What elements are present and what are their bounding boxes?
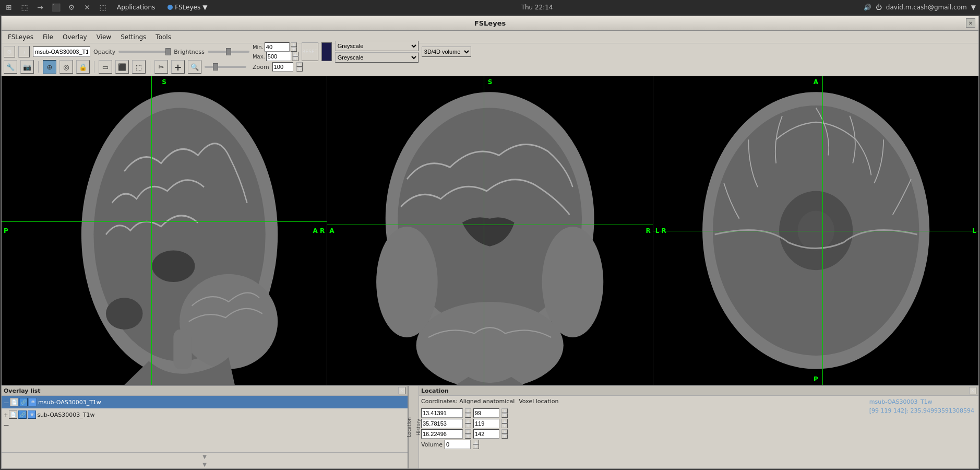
overlay-item[interactable]: — 📄 🔗 👁 msub-OAS30003_T1w [2, 396, 408, 408]
volume-icon[interactable]: 🔊 [864, 4, 871, 11]
coord-y-input[interactable] [421, 419, 463, 428]
coord-z-down[interactable]: ▼ [465, 434, 471, 439]
line-tool[interactable]: ⬛ [115, 60, 129, 74]
item-minus2[interactable]: — [2, 422, 9, 428]
window-close-button[interactable]: ✕ [966, 18, 975, 28]
menu-fsleyes[interactable]: FSLeyes [4, 32, 38, 42]
fsleyes-button[interactable]: FSLeyes ▼ [164, 3, 210, 12]
layer-settings-button[interactable]: ⚙ [4, 46, 15, 57]
max-up-arrow[interactable]: ▲ [292, 52, 298, 56]
volume-up[interactable]: ▲ [473, 440, 479, 444]
grid-icon: ⊞ [4, 3, 14, 12]
sagittal-top-label: S [162, 78, 166, 86]
sagittal-panel[interactable]: S P A R [2, 76, 327, 385]
coords-header: Coordinates: Aligned anatomical [421, 398, 515, 405]
item-folder-icon1[interactable]: 📄 [10, 398, 18, 406]
paint-tool[interactable]: ◎ [59, 60, 73, 74]
toolbar-row2: 🔧 📷 ⊕ ◎ 🔒 ▭ ⬛ ⬚ ✂ + 🔍 Zoom ▲ ▼ [4, 60, 976, 74]
toolbar-area: ⚙ i Opacity Brightness Min. ▲ ▼ Max. [2, 43, 978, 76]
item-link-icon1[interactable]: 🔗 [19, 398, 28, 406]
zoom-slider[interactable] [205, 66, 246, 68]
coord-y-down[interactable]: ▼ [465, 424, 471, 428]
layer-name-input[interactable] [33, 46, 90, 57]
voxel-y-input[interactable] [473, 419, 499, 428]
max-label: Max. [253, 54, 265, 60]
location-panel-close[interactable]: ✕ [969, 387, 976, 394]
sagittal-left-label: P [4, 227, 8, 234]
opacity-slider[interactable] [118, 51, 171, 53]
coronal-left-label: A [329, 227, 334, 234]
volume-input[interactable] [445, 440, 471, 449]
zoom-up-arrow[interactable]: ▲ [296, 62, 303, 67]
sagittal-right-label: A R [313, 227, 325, 234]
coord-z-up[interactable]: ▲ [465, 429, 471, 434]
voxel-y-up[interactable]: ▲ [501, 419, 508, 424]
item-eye-icon1[interactable]: 👁 [29, 398, 37, 406]
location-label2: Location [407, 417, 412, 437]
power-icon[interactable]: ⏻ [876, 4, 882, 11]
zoom-down-arrow[interactable]: ▼ [296, 67, 303, 72]
rect-tool[interactable]: ▭ [99, 60, 112, 74]
reset-button[interactable]: RESET [302, 42, 318, 61]
camera-tool[interactable]: 📷 [20, 60, 34, 74]
voxel-x-up[interactable]: ▲ [501, 408, 508, 413]
layer-info-button[interactable]: i [18, 46, 30, 57]
item-plus[interactable]: + [4, 412, 8, 418]
coord-x-up[interactable]: ▲ [465, 408, 471, 413]
axial-panel[interactable]: A P L R L [653, 76, 978, 385]
zoom-label: Zoom [253, 64, 269, 70]
item-minus[interactable]: — [4, 400, 9, 405]
axial-crosshair-v [822, 76, 823, 385]
coord-z-input[interactable] [421, 429, 463, 439]
min-up-arrow[interactable]: ▲ [291, 42, 297, 47]
coord-y-up[interactable]: ▲ [465, 419, 471, 424]
location-main: Coordinates: Aligned anatomical Voxel lo… [419, 396, 865, 468]
voxel-z-input[interactable] [473, 429, 499, 439]
item-eye-icon2[interactable]: 👁 [28, 410, 36, 419]
crop-tool[interactable]: 🔒 [76, 60, 90, 74]
voxel-z-up[interactable]: ▲ [501, 429, 508, 434]
item-link-icon2[interactable]: 🔗 [18, 410, 27, 419]
applications-button[interactable]: Applications [114, 3, 158, 12]
menu-overlay[interactable]: Overlay [58, 32, 91, 42]
volume-down[interactable]: ▼ [473, 444, 479, 449]
coord-x-down[interactable]: ▼ [465, 413, 471, 418]
fsleyes-arrow: ▼ [202, 4, 207, 11]
voxel-y-down[interactable]: ▼ [501, 424, 508, 428]
wrench-tool[interactable]: 🔧 [4, 60, 17, 74]
menu-view[interactable]: View [92, 32, 115, 42]
color-swatch[interactable] [321, 42, 332, 61]
zoom-input[interactable] [272, 62, 293, 72]
volume-label: Volume [421, 441, 443, 448]
coronal-brain-svg [327, 76, 652, 385]
voxel-z-down[interactable]: ▼ [501, 434, 508, 439]
plus-tool[interactable]: + [171, 60, 185, 74]
menu-file[interactable]: File [39, 32, 57, 42]
menu-bar: FSLeyes File Overlay View Settings Tools [2, 31, 978, 43]
colormap-select1[interactable]: Greyscale [335, 41, 419, 51]
user-arrow: ▼ [971, 4, 976, 11]
overlay-item[interactable]: + 📄 🔗 👁 sub-OAS30003_T1w [2, 408, 408, 421]
scissors-tool[interactable]: ✂ [154, 60, 168, 74]
min-down-arrow[interactable]: ▼ [291, 47, 297, 52]
item-folder-icon2[interactable]: 📄 [9, 410, 17, 419]
voxel-x-down[interactable]: ▼ [501, 413, 508, 418]
svg-point-3 [180, 274, 278, 369]
menu-tools[interactable]: Tools [151, 32, 175, 42]
search-tool[interactable]: 🔍 [188, 60, 201, 74]
info-name-link[interactable]: msub-OAS30003_T1w [869, 398, 933, 405]
item-name1: msub-OAS30003_T1w [38, 399, 101, 406]
poly-tool[interactable]: ⬚ [132, 60, 146, 74]
coronal-panel[interactable]: S A R [327, 76, 653, 385]
layer-type-select[interactable]: 3D/4D volume [422, 46, 471, 57]
coronal-top-label: S [488, 78, 493, 86]
overlay-panel-close[interactable]: ✕ [398, 387, 405, 394]
menu-settings[interactable]: Settings [116, 32, 150, 42]
cursor-tool[interactable]: ⊕ [43, 60, 56, 74]
coord-x-input[interactable] [421, 408, 463, 418]
voxel-x-input[interactable] [473, 408, 499, 418]
min-input[interactable] [265, 42, 290, 52]
min-arrows: ▲ ▼ [291, 42, 297, 52]
system-time: Thu 22:14 [521, 4, 553, 11]
brightness-slider[interactable] [208, 51, 249, 53]
